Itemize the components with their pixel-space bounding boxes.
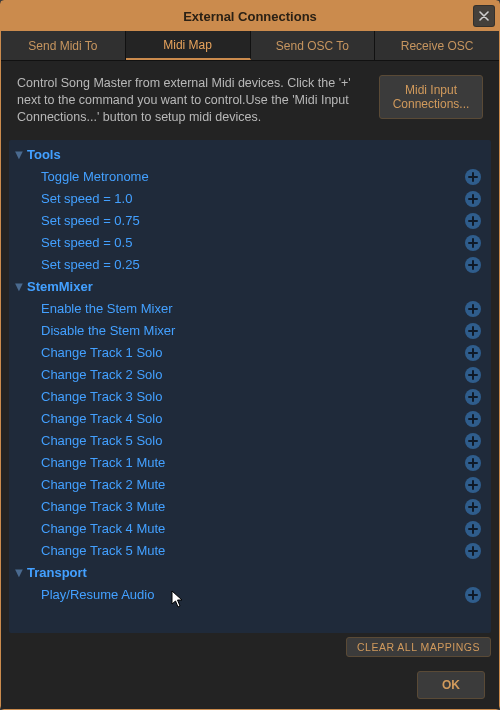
command-item: Change Track 1 Solo — [13, 342, 487, 364]
plus-icon — [468, 590, 478, 600]
plus-icon — [468, 260, 478, 270]
add-mapping-button[interactable] — [465, 411, 481, 427]
close-icon — [479, 11, 489, 21]
category-header[interactable]: ▼Transport — [13, 562, 487, 584]
ok-button[interactable]: OK — [417, 671, 485, 699]
category-header[interactable]: ▼Tools — [13, 144, 487, 166]
add-mapping-button[interactable] — [465, 191, 481, 207]
command-tree[interactable]: ▼ToolsToggle MetronomeSet speed = 1.0Set… — [9, 140, 491, 633]
tab-send-osc-to[interactable]: Send OSC To — [251, 31, 376, 60]
tab-receive-osc[interactable]: Receive OSC — [375, 31, 499, 60]
command-label: Disable the Stem Mixer — [41, 323, 465, 338]
titlebar: External Connections — [1, 1, 499, 31]
bottom-bar-upper: CLEAR ALL MAPPINGS — [1, 633, 499, 661]
command-label: Set speed = 1.0 — [41, 191, 465, 206]
plus-icon — [468, 480, 478, 490]
command-label: Set speed = 0.75 — [41, 213, 465, 228]
category-header[interactable]: ▼StemMixer — [13, 276, 487, 298]
external-connections-window: External Connections Send Midi To Midi M… — [0, 0, 500, 710]
plus-icon — [468, 436, 478, 446]
command-item: Change Track 4 Mute — [13, 518, 487, 540]
command-tree-panel: ▼ToolsToggle MetronomeSet speed = 1.0Set… — [9, 140, 491, 633]
command-label: Change Track 2 Mute — [41, 477, 465, 492]
tabs-bar: Send Midi To Midi Map Send OSC To Receiv… — [1, 31, 499, 61]
close-button[interactable] — [473, 5, 495, 27]
command-item: Change Track 3 Mute — [13, 496, 487, 518]
disclosure-triangle-icon: ▼ — [13, 281, 25, 293]
command-label: Change Track 2 Solo — [41, 367, 465, 382]
command-item: Set speed = 0.25 — [13, 254, 487, 276]
disclosure-triangle-icon: ▼ — [13, 149, 25, 161]
command-item: Change Track 2 Solo — [13, 364, 487, 386]
plus-icon — [468, 370, 478, 380]
command-label: Play/Resume Audio — [41, 587, 465, 602]
add-mapping-button[interactable] — [465, 345, 481, 361]
info-section: Control Song Master from external Midi d… — [1, 61, 499, 130]
clear-all-mappings-button[interactable]: CLEAR ALL MAPPINGS — [346, 637, 491, 657]
plus-icon — [468, 304, 478, 314]
plus-icon — [468, 172, 478, 182]
disclosure-triangle-icon: ▼ — [13, 567, 25, 579]
command-label: Change Track 4 Mute — [41, 521, 465, 536]
add-mapping-button[interactable] — [465, 499, 481, 515]
plus-icon — [468, 392, 478, 402]
command-label: Change Track 1 Mute — [41, 455, 465, 470]
plus-icon — [468, 546, 478, 556]
command-item: Change Track 2 Mute — [13, 474, 487, 496]
plus-icon — [468, 194, 478, 204]
command-item: Set speed = 0.5 — [13, 232, 487, 254]
command-label: Change Track 3 Mute — [41, 499, 465, 514]
command-item: Toggle Metronome — [13, 166, 487, 188]
tab-send-midi-to[interactable]: Send Midi To — [1, 31, 126, 60]
command-item: Change Track 1 Mute — [13, 452, 487, 474]
command-item: Enable the Stem Mixer — [13, 298, 487, 320]
command-item: Change Track 3 Solo — [13, 386, 487, 408]
plus-icon — [468, 414, 478, 424]
add-mapping-button[interactable] — [465, 367, 481, 383]
category-label: Transport — [27, 565, 87, 580]
add-mapping-button[interactable] — [465, 455, 481, 471]
add-mapping-button[interactable] — [465, 543, 481, 559]
command-label: Change Track 3 Solo — [41, 389, 465, 404]
add-mapping-button[interactable] — [465, 257, 481, 273]
command-item: Change Track 4 Solo — [13, 408, 487, 430]
tab-midi-map[interactable]: Midi Map — [126, 31, 251, 60]
add-mapping-button[interactable] — [465, 521, 481, 537]
plus-icon — [468, 502, 478, 512]
add-mapping-button[interactable] — [465, 477, 481, 493]
command-label: Change Track 1 Solo — [41, 345, 465, 360]
command-item: Set speed = 1.0 — [13, 188, 487, 210]
plus-icon — [468, 458, 478, 468]
command-item: Change Track 5 Solo — [13, 430, 487, 452]
command-label: Toggle Metronome — [41, 169, 465, 184]
bottom-bar-lower: OK — [1, 661, 499, 709]
add-mapping-button[interactable] — [465, 433, 481, 449]
command-label: Enable the Stem Mixer — [41, 301, 465, 316]
command-label: Change Track 5 Mute — [41, 543, 465, 558]
midi-input-connections-button[interactable]: Midi Input Connections... — [379, 75, 483, 119]
command-label: Change Track 5 Solo — [41, 433, 465, 448]
command-item: Play/Resume Audio — [13, 584, 487, 606]
command-item: Set speed = 0.75 — [13, 210, 487, 232]
add-mapping-button[interactable] — [465, 213, 481, 229]
add-mapping-button[interactable] — [465, 169, 481, 185]
command-item: Disable the Stem Mixer — [13, 320, 487, 342]
window-title: External Connections — [1, 9, 499, 24]
add-mapping-button[interactable] — [465, 587, 481, 603]
info-text: Control Song Master from external Midi d… — [17, 75, 369, 126]
add-mapping-button[interactable] — [465, 323, 481, 339]
plus-icon — [468, 524, 478, 534]
plus-icon — [468, 238, 478, 248]
category-label: Tools — [27, 147, 61, 162]
add-mapping-button[interactable] — [465, 301, 481, 317]
plus-icon — [468, 348, 478, 358]
command-item: Change Track 5 Mute — [13, 540, 487, 562]
plus-icon — [468, 326, 478, 336]
add-mapping-button[interactable] — [465, 389, 481, 405]
category-label: StemMixer — [27, 279, 93, 294]
command-label: Change Track 4 Solo — [41, 411, 465, 426]
plus-icon — [468, 216, 478, 226]
add-mapping-button[interactable] — [465, 235, 481, 251]
command-label: Set speed = 0.5 — [41, 235, 465, 250]
command-label: Set speed = 0.25 — [41, 257, 465, 272]
